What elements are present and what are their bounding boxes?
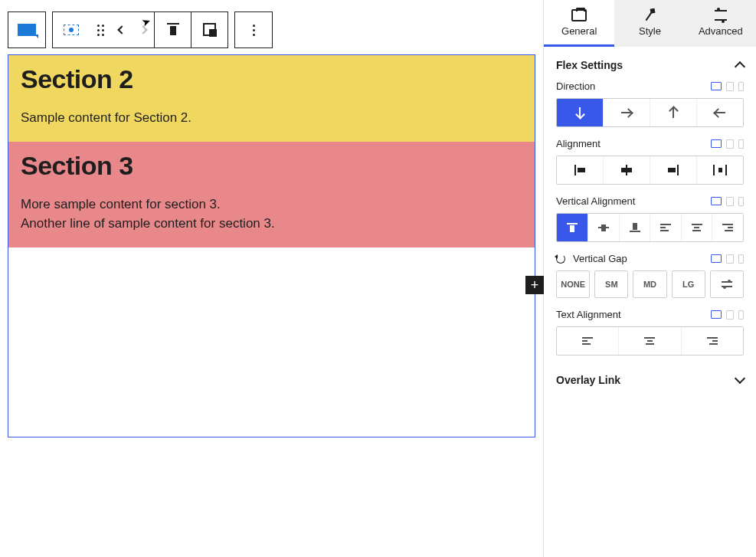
valign-stretch-center-button[interactable] bbox=[681, 214, 712, 241]
overlap-icon bbox=[203, 23, 217, 37]
flex-settings-header[interactable]: Flex Settings bbox=[556, 59, 744, 80]
section-paragraph[interactable]: Sample content for Section 2. bbox=[21, 108, 522, 128]
tablet-icon[interactable] bbox=[726, 197, 734, 206]
plus-icon: + bbox=[531, 277, 539, 293]
drag-icon bbox=[97, 25, 104, 36]
gap-none-button[interactable]: NONE bbox=[556, 270, 590, 298]
direction-control: Direction bbox=[556, 80, 744, 127]
overlay-link-header[interactable]: Overlay Link bbox=[556, 366, 744, 395]
briefcase-icon bbox=[571, 9, 587, 21]
text-align-right-button[interactable] bbox=[681, 327, 743, 355]
text-alignment-options bbox=[556, 326, 744, 355]
tablet-icon[interactable] bbox=[726, 139, 734, 149]
panel-title: Overlay Link bbox=[556, 374, 620, 386]
arrow-up-icon bbox=[673, 107, 674, 118]
align-start-button[interactable] bbox=[557, 156, 603, 184]
text-left-icon bbox=[660, 224, 671, 231]
select-parent-button[interactable] bbox=[53, 12, 90, 48]
panel-body: Flex Settings Direction Alignment bbox=[544, 47, 756, 408]
overlap-button[interactable] bbox=[191, 12, 227, 48]
responsive-toggle[interactable] bbox=[711, 197, 744, 206]
add-block-button[interactable]: + bbox=[525, 276, 544, 294]
tablet-icon[interactable] bbox=[726, 82, 734, 91]
desktop-icon[interactable] bbox=[711, 82, 722, 90]
align-end-button[interactable] bbox=[650, 156, 696, 184]
tablet-icon[interactable] bbox=[726, 310, 734, 319]
text-align-center-button[interactable] bbox=[618, 327, 680, 355]
vertical-alignment-options bbox=[556, 213, 744, 242]
align-button[interactable] bbox=[154, 12, 191, 48]
block-toolbar bbox=[8, 11, 535, 48]
align-center-icon bbox=[621, 168, 632, 172]
control-label: Alignment bbox=[556, 138, 601, 149]
direction-down-button[interactable] bbox=[557, 99, 603, 126]
text-align-left-button[interactable] bbox=[557, 327, 618, 355]
section-block[interactable]: Section 2 Sample content for Section 2. bbox=[8, 55, 535, 142]
tablet-icon[interactable] bbox=[726, 254, 734, 264]
responsive-toggle[interactable] bbox=[711, 310, 744, 319]
direction-options bbox=[556, 98, 744, 127]
more-options-button[interactable] bbox=[235, 12, 272, 48]
valign-stretch-left-button[interactable] bbox=[650, 214, 680, 241]
gap-custom-button[interactable] bbox=[710, 270, 744, 298]
gap-md-button[interactable]: MD bbox=[633, 270, 666, 298]
valign-bottom-icon bbox=[630, 223, 640, 232]
block-type-button[interactable] bbox=[8, 12, 45, 48]
gap-sm-button[interactable]: SM bbox=[594, 270, 628, 298]
responsive-toggle[interactable] bbox=[711, 254, 744, 264]
settings-sidebar: General Style Advanced Flex Settings Dir… bbox=[543, 0, 756, 557]
align-space-between-icon bbox=[713, 165, 727, 175]
align-start-icon bbox=[574, 165, 585, 175]
align-space-between-button[interactable] bbox=[696, 156, 743, 184]
control-label: Vertical Alignment bbox=[556, 195, 635, 207]
valign-bottom-button[interactable] bbox=[619, 214, 650, 241]
desktop-icon[interactable] bbox=[711, 254, 722, 263]
desktop-icon[interactable] bbox=[711, 197, 722, 205]
control-label: Direction bbox=[556, 80, 595, 92]
direction-up-button[interactable] bbox=[650, 99, 696, 126]
tab-general[interactable]: General bbox=[544, 0, 614, 47]
tab-style[interactable]: Style bbox=[614, 0, 685, 47]
responsive-toggle[interactable] bbox=[711, 82, 744, 91]
alignment-control: Alignment bbox=[556, 138, 744, 185]
sliders-icon bbox=[722, 280, 732, 288]
section-heading[interactable]: Section 3 bbox=[21, 151, 522, 181]
align-center-button[interactable] bbox=[603, 156, 650, 184]
text-right-icon bbox=[707, 337, 718, 345]
section-paragraph[interactable]: More sample content for section 3. bbox=[21, 195, 522, 215]
desktop-icon[interactable] bbox=[711, 310, 722, 319]
section-heading[interactable]: Section 2 bbox=[21, 64, 522, 94]
vertical-alignment-control: Vertical Alignment bbox=[556, 195, 744, 242]
valign-stretch-right-button[interactable] bbox=[712, 214, 742, 241]
mobile-icon[interactable] bbox=[738, 82, 744, 91]
valign-middle-button[interactable] bbox=[587, 214, 618, 241]
valign-top-button[interactable] bbox=[557, 214, 587, 241]
gap-lg-button[interactable]: LG bbox=[672, 270, 705, 298]
arrow-left-icon bbox=[715, 112, 725, 113]
tab-advanced[interactable]: Advanced bbox=[686, 0, 756, 47]
desktop-icon[interactable] bbox=[711, 139, 722, 148]
mobile-icon[interactable] bbox=[738, 254, 744, 264]
chevron-down-icon bbox=[735, 373, 745, 384]
chevron-left-icon bbox=[117, 25, 126, 34]
block-canvas[interactable]: Section 2 Sample content for Section 2. … bbox=[8, 54, 535, 437]
vertical-gap-control: Vertical Gap NONE SM MD LG bbox=[556, 253, 744, 298]
direction-left-button[interactable] bbox=[696, 99, 743, 126]
responsive-toggle[interactable] bbox=[711, 139, 744, 149]
arrow-right-icon bbox=[621, 112, 632, 113]
mobile-icon[interactable] bbox=[738, 310, 744, 319]
control-label: Vertical Gap bbox=[573, 253, 627, 264]
move-prev-button[interactable] bbox=[111, 12, 133, 48]
section-paragraph[interactable]: Another line of sample content for secti… bbox=[21, 214, 522, 234]
mobile-icon[interactable] bbox=[738, 197, 744, 206]
drag-handle[interactable] bbox=[90, 12, 111, 48]
tab-label: General bbox=[561, 25, 597, 37]
align-top-icon bbox=[167, 23, 179, 37]
tab-label: Style bbox=[639, 25, 661, 37]
panel-title: Flex Settings bbox=[556, 59, 623, 71]
section-block[interactable]: Section 3 More sample content for sectio… bbox=[8, 142, 535, 247]
mobile-icon[interactable] bbox=[738, 139, 744, 149]
select-parent-icon bbox=[64, 25, 79, 35]
reset-icon[interactable] bbox=[556, 254, 565, 264]
direction-right-button[interactable] bbox=[603, 99, 650, 126]
